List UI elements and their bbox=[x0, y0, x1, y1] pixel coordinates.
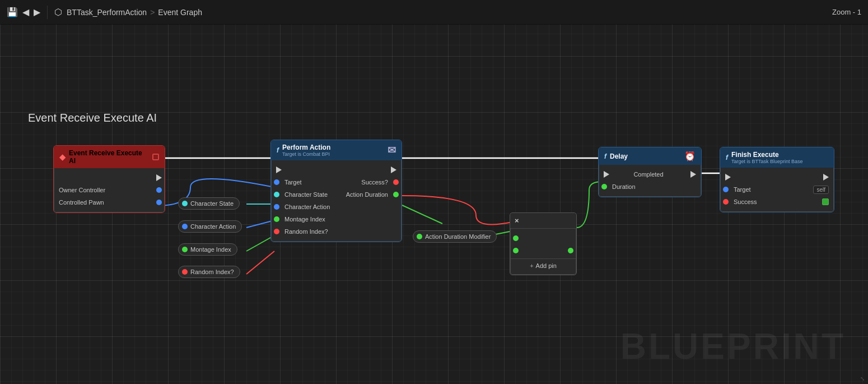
controlled-pawn-label: Controlled Pawn bbox=[59, 199, 151, 206]
random-label: Random Index? bbox=[284, 228, 396, 235]
forward-button[interactable]: ▶ bbox=[34, 7, 40, 17]
event-receive-header: ◆ Event Receive Execute AI bbox=[54, 146, 165, 168]
duration-pin[interactable] bbox=[601, 184, 607, 189]
char-state-var-node[interactable]: Character State bbox=[178, 197, 240, 210]
delay-node[interactable]: f Delay ⏰ Completed Duration bbox=[598, 147, 702, 197]
toolbar: 💾 ◀ ▶ ⬡ BTTask_PerformAction > Event Gra… bbox=[0, 0, 868, 25]
multiply-in1-row bbox=[511, 232, 576, 244]
charstate-row: Character State Action Duration bbox=[272, 188, 401, 201]
finish-success-pin[interactable] bbox=[723, 199, 729, 205]
char-action-var-node[interactable]: Character Action bbox=[178, 220, 242, 233]
finish-title: Finish Execute bbox=[731, 151, 803, 159]
montage-index-pin[interactable] bbox=[182, 247, 188, 252]
finish-success-label: Success bbox=[734, 198, 822, 205]
delay-exec-row: Completed bbox=[599, 168, 701, 181]
action-duration-label: Action Duration bbox=[337, 191, 389, 198]
owner-controller-pin[interactable] bbox=[156, 187, 162, 193]
breadcrumb-graph[interactable]: Event Graph bbox=[158, 8, 202, 17]
perform-exec-row bbox=[272, 164, 401, 176]
event-icon: ◆ bbox=[59, 152, 66, 161]
mult-out[interactable] bbox=[568, 248, 573, 253]
adm-pin[interactable] bbox=[417, 234, 422, 239]
random-in-pin[interactable] bbox=[274, 229, 279, 234]
action-duration-pin[interactable] bbox=[393, 192, 399, 197]
save-icon[interactable]: 💾 bbox=[7, 7, 18, 17]
event-flag bbox=[152, 154, 159, 160]
mult-in2[interactable] bbox=[513, 248, 519, 253]
char-state-pin[interactable] bbox=[182, 201, 188, 206]
montage-in-pin[interactable] bbox=[274, 216, 279, 222]
exec-out-pin[interactable] bbox=[156, 174, 162, 181]
finish-success-row: Success bbox=[721, 196, 833, 208]
event-receive-title: Event Receive Execute AI bbox=[69, 149, 149, 165]
target-in-pin[interactable] bbox=[274, 179, 279, 185]
finish-execute-node[interactable]: f Finish Execute Target is BTTask Bluepr… bbox=[720, 147, 834, 212]
charaction-row: Character Action bbox=[272, 201, 401, 213]
multiply-header: × bbox=[510, 213, 576, 229]
finish-header: f Finish Execute Target is BTTask Bluepr… bbox=[720, 147, 834, 168]
charstate-in-pin[interactable] bbox=[274, 192, 279, 197]
add-pin-icon: + bbox=[530, 262, 533, 269]
delay-body: Completed Duration bbox=[599, 165, 701, 197]
toolbar-separator bbox=[47, 6, 48, 19]
montage-label: Montage Index bbox=[284, 216, 396, 223]
multiply-symbol: × bbox=[515, 216, 519, 225]
montage-index-var-node[interactable]: Montage Index bbox=[178, 243, 237, 256]
finish-subtitle: Target is BTTask Blueprint Base bbox=[731, 159, 803, 164]
perform-action-title-block: Perform Action Target is Combat BPI bbox=[282, 144, 330, 157]
mail-icon: ✉ bbox=[388, 144, 396, 156]
char-action-label: Character Action bbox=[190, 223, 236, 230]
self-value: self bbox=[813, 186, 829, 194]
controlled-pawn-pin[interactable] bbox=[156, 200, 162, 205]
char-action-pin[interactable] bbox=[182, 224, 188, 229]
success-pin[interactable] bbox=[393, 179, 399, 185]
mult-in1[interactable] bbox=[513, 235, 519, 241]
success-label: Success? bbox=[337, 179, 389, 186]
breadcrumb-separator: > bbox=[150, 8, 155, 17]
finish-target-row: Target self bbox=[721, 183, 833, 196]
charaction-label: Character Action bbox=[284, 203, 396, 210]
perform-action-node[interactable]: f Perform Action Target is Combat BPI ✉ … bbox=[270, 140, 402, 242]
duration-label: Duration bbox=[612, 183, 636, 190]
perform-exec-out[interactable] bbox=[391, 166, 396, 173]
add-pin-row[interactable]: + Add pin bbox=[511, 258, 576, 271]
breadcrumb: BTTask_PerformAction > Event Graph bbox=[67, 8, 202, 17]
perform-action-body: Target Success? Character State Action D… bbox=[271, 160, 402, 242]
charstate-in-label: Character State bbox=[284, 191, 337, 198]
event-receive-node[interactable]: ◆ Event Receive Execute AI Owner Control… bbox=[53, 145, 165, 213]
char-state-label: Character State bbox=[190, 200, 234, 207]
random-index-var-node[interactable]: Random Index? bbox=[178, 266, 240, 278]
blueprint-icon: ⬡ bbox=[54, 7, 62, 17]
resize-handle[interactable]: ⤡ bbox=[860, 376, 865, 382]
random-index-pin[interactable] bbox=[182, 269, 188, 275]
owner-controller-row: Owner Controller bbox=[54, 184, 164, 196]
finish-target-pin[interactable] bbox=[723, 187, 729, 192]
breadcrumb-class[interactable]: BTTask_PerformAction bbox=[67, 8, 147, 17]
delay-exec-in[interactable] bbox=[604, 171, 609, 178]
delay-exec-out[interactable] bbox=[690, 171, 696, 178]
charaction-in-pin[interactable] bbox=[274, 204, 279, 210]
finish-func-icon: f bbox=[726, 154, 728, 161]
owner-controller-label: Owner Controller bbox=[59, 187, 151, 193]
add-pin-label[interactable]: Add pin bbox=[536, 262, 557, 269]
graph-area[interactable]: Event Receive Execute AI bbox=[0, 25, 868, 384]
perform-action-title: Perform Action bbox=[282, 144, 330, 151]
action-duration-modifier-node[interactable]: Action Duration Modifier bbox=[413, 230, 497, 243]
delay-title: Delay bbox=[610, 152, 681, 160]
func-icon: f bbox=[277, 146, 279, 154]
multiply-node[interactable]: × + Add pin bbox=[510, 212, 577, 275]
multiply-body: + Add pin bbox=[510, 229, 576, 275]
perform-exec-in[interactable] bbox=[276, 166, 282, 173]
duration-row: Duration bbox=[599, 181, 701, 193]
clock-icon: ⏰ bbox=[684, 151, 696, 161]
finish-exec-in[interactable] bbox=[725, 174, 731, 181]
success-checkbox[interactable] bbox=[822, 198, 829, 205]
finish-body: Target self Success bbox=[720, 168, 834, 212]
target-label: Target bbox=[284, 179, 337, 186]
zoom-level: Zoom - 1 bbox=[832, 8, 861, 16]
finish-exec-out[interactable] bbox=[823, 174, 829, 181]
back-button[interactable]: ◀ bbox=[22, 7, 29, 17]
completed-label: Completed bbox=[633, 171, 663, 178]
finish-title-block: Finish Execute Target is BTTask Blueprin… bbox=[731, 151, 803, 164]
event-section-label: Event Receive Execute AI bbox=[28, 112, 157, 124]
